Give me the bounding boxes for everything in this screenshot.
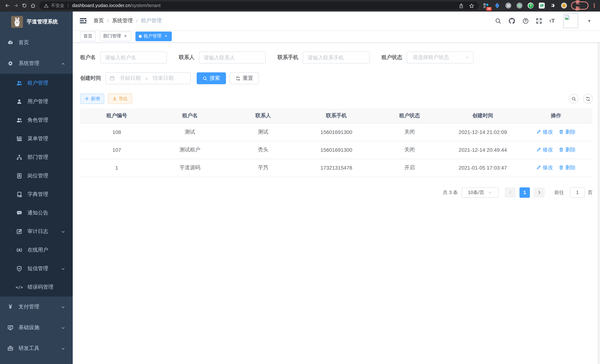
close-icon[interactable]: ×: [163, 34, 169, 39]
tab-tenant[interactable]: 租户管理 ×: [135, 31, 172, 41]
browser-extensions: 10 ⌘ Y: [483, 2, 567, 9]
toggle-search-button[interactable]: [569, 94, 579, 103]
sidebar-item-sms[interactable]: 短信管理: [0, 259, 73, 278]
sidebar-item-tenant[interactable]: 租户管理: [0, 74, 73, 92]
next-page-button[interactable]: [534, 187, 545, 198]
extension-chat-icon[interactable]: [539, 2, 545, 9]
fullscreen-icon[interactable]: [536, 18, 542, 24]
hamburger-icon[interactable]: [79, 17, 87, 25]
extension-puzzle-icon[interactable]: [550, 2, 556, 9]
chevron-down-icon: [465, 55, 469, 60]
end-date-placeholder: 结束日期: [150, 75, 177, 82]
sidebar-item-error-code[interactable]: </> 错误码管理: [0, 278, 73, 297]
chevron-right-icon: [537, 190, 542, 195]
delete-button[interactable]: 删除: [559, 164, 576, 171]
dashboard-icon: [7, 40, 13, 46]
browser-menu-kebab-icon[interactable]: ⋮: [591, 2, 597, 9]
table-header-row: 租户编号 租户名 联系人 联系手机 租户状态 创建时间 操作: [80, 108, 593, 123]
sidebar-item-role[interactable]: 角色管理: [0, 111, 73, 130]
extension-emoji-icon[interactable]: [561, 2, 567, 9]
users-icon: [16, 117, 22, 123]
delete-button[interactable]: 删除: [559, 147, 576, 153]
caret-down-icon[interactable]: ▼: [587, 19, 591, 23]
sidebar-item-system[interactable]: 系统管理: [0, 53, 73, 74]
breadcrumb-item-system[interactable]: 系统管理: [112, 18, 133, 24]
share-icon[interactable]: [459, 3, 464, 9]
extension-kite-icon[interactable]: [494, 2, 501, 9]
sidebar-item-online-users[interactable]: 在线用户: [0, 241, 73, 259]
tab-dept[interactable]: 部门管理 ×: [100, 31, 131, 41]
user-icon: [16, 99, 22, 105]
status-select[interactable]: 请选择租户状态: [407, 52, 473, 64]
sidebar-item-notice[interactable]: 通知公告: [0, 204, 73, 222]
extension-dot-icon[interactable]: [516, 2, 523, 9]
browser-back-button[interactable]: [3, 1, 11, 10]
goto-label: 前往: [554, 189, 564, 196]
edit-button[interactable]: 修改: [536, 164, 553, 171]
sidebar: 芋道管理系统 首页 系统管理 租户管理 用户管理: [0, 11, 73, 364]
search-button[interactable]: 搜索: [197, 72, 226, 84]
header-search-icon[interactable]: [495, 18, 501, 24]
edit-icon: [536, 165, 541, 170]
browser-update-button[interactable]: 更新: [571, 1, 589, 10]
font-size-icon[interactable]: TT: [549, 18, 555, 24]
tenant-name-input[interactable]: [100, 52, 167, 64]
dictionary-icon: [16, 191, 22, 197]
calendar-icon: [110, 76, 115, 81]
sidebar-item-post[interactable]: 岗位管理: [0, 167, 73, 185]
refresh-table-button[interactable]: [583, 94, 593, 103]
extension-boxes-icon[interactable]: 10: [483, 2, 489, 9]
sidebar-item-dev-tools[interactable]: 研发工具: [0, 338, 73, 359]
bookmark-star-icon[interactable]: [469, 3, 474, 9]
edit-button[interactable]: 修改: [536, 129, 553, 135]
breadcrumb: 首页 / 系统管理 / 租户管理: [94, 18, 162, 24]
create-time-range-picker[interactable]: 开始日期 - 结束日期: [105, 72, 191, 84]
sidebar-item-home[interactable]: 首页: [0, 32, 73, 53]
sidebar-item-audit-log[interactable]: 审计日志: [0, 222, 73, 241]
goto-page-input[interactable]: [570, 187, 585, 198]
extension-y-icon[interactable]: Y: [528, 2, 534, 9]
browser-forward-button[interactable]: [11, 1, 20, 10]
tree-list-icon: [16, 136, 22, 142]
reset-button[interactable]: 重置: [230, 72, 259, 84]
close-icon[interactable]: ×: [123, 34, 128, 39]
chevron-down-icon: [61, 325, 65, 330]
edit-button[interactable]: 修改: [536, 147, 553, 153]
page-number-current[interactable]: 1: [519, 187, 530, 198]
browser-home-button[interactable]: [28, 1, 37, 10]
github-icon[interactable]: [508, 17, 516, 24]
tab-home[interactable]: 首页: [80, 31, 96, 41]
breadcrumb-item-home[interactable]: 首页: [94, 18, 104, 24]
extension-command-icon[interactable]: ⌘: [505, 2, 512, 9]
omnibox-divider: [68, 3, 68, 8]
tags-view: 首页 部门管理 × 租户管理 ×: [73, 30, 600, 43]
mobile-input[interactable]: [303, 52, 370, 64]
navbar: 首页 / 系统管理 / 租户管理 TT ▼: [73, 11, 600, 30]
sidebar-item-dict[interactable]: 字典管理: [0, 185, 73, 204]
col-actions: 操作: [519, 108, 593, 123]
prev-page-button[interactable]: [505, 187, 516, 198]
sidebar-logo[interactable]: 芋道管理系统: [0, 11, 73, 32]
add-button[interactable]: 新增: [80, 93, 104, 104]
help-icon[interactable]: [523, 18, 529, 24]
sidebar-item-menu-mgmt[interactable]: 菜单管理: [0, 130, 73, 148]
sidebar-item-payment[interactable]: ¥ 支付管理: [0, 297, 73, 317]
avatar[interactable]: [563, 13, 578, 28]
address-bar[interactable]: 不安全 dashboard.yudao.iocoder.cn/system/te…: [39, 1, 479, 10]
chevron-down-icon: [61, 346, 65, 351]
sidebar-item-user[interactable]: 用户管理: [0, 92, 73, 111]
app-title: 芋道管理系统: [27, 19, 58, 25]
page-size-select[interactable]: 10条/页: [462, 187, 499, 198]
col-created: 创建时间: [446, 108, 519, 123]
contact-input[interactable]: [199, 52, 266, 64]
chevron-left-icon: [508, 190, 513, 195]
table-row: 108 测试 测试 15601691300 关闭 2021-12-14 21:0…: [80, 123, 593, 141]
app-logo: [11, 16, 23, 28]
sidebar-item-infrastructure[interactable]: 基础设施: [0, 317, 73, 338]
contact-label: 联系人: [179, 54, 194, 61]
sidebar-item-dept[interactable]: 部门管理: [0, 148, 73, 167]
page-scrollbar[interactable]: [598, 43, 600, 364]
browser-reload-button[interactable]: [20, 1, 28, 10]
export-button[interactable]: 导出: [108, 93, 132, 104]
delete-button[interactable]: 删除: [559, 129, 576, 135]
